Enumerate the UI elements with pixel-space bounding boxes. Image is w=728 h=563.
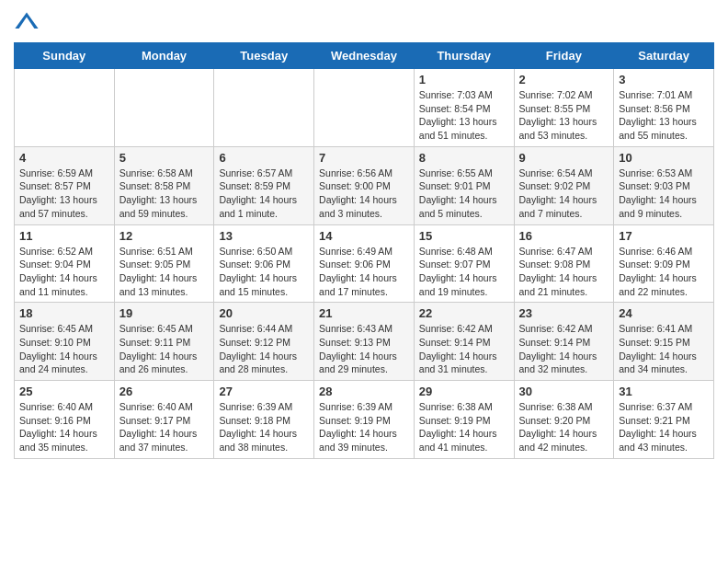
calendar: SundayMondayTuesdayWednesdayThursdayFrid… [14,42,714,459]
day-number: 14 [319,229,409,243]
calendar-day-4: 4Sunrise: 6:59 AM Sunset: 8:57 PM Daylig… [15,146,115,224]
calendar-day-23: 23Sunrise: 6:42 AM Sunset: 9:14 PM Dayli… [514,303,614,381]
day-info: Sunrise: 6:49 AM Sunset: 9:06 PM Dayligh… [319,245,409,299]
empty-cell [15,69,115,147]
day-info: Sunrise: 6:46 AM Sunset: 9:09 PM Dayligh… [619,245,709,299]
day-info: Sunrise: 6:38 AM Sunset: 9:20 PM Dayligh… [519,400,609,454]
calendar-day-19: 19Sunrise: 6:45 AM Sunset: 9:11 PM Dayli… [114,303,214,381]
calendar-day-6: 6Sunrise: 6:57 AM Sunset: 8:59 PM Daylig… [214,146,314,224]
calendar-day-5: 5Sunrise: 6:58 AM Sunset: 8:58 PM Daylig… [114,146,214,224]
day-info: Sunrise: 6:40 AM Sunset: 9:17 PM Dayligh… [119,400,210,454]
day-header-tuesday: Tuesday [214,43,314,69]
day-number: 31 [619,385,709,398]
calendar-day-11: 11Sunrise: 6:52 AM Sunset: 9:04 PM Dayli… [15,224,115,303]
day-header-friday: Friday [514,43,614,69]
day-number: 25 [19,385,109,398]
calendar-day-24: 24Sunrise: 6:41 AM Sunset: 9:15 PM Dayli… [614,303,714,381]
day-info: Sunrise: 7:01 AM Sunset: 8:56 PM Dayligh… [619,88,709,143]
header [14,9,714,35]
calendar-day-13: 13Sunrise: 6:50 AM Sunset: 9:06 PM Dayli… [214,224,314,303]
day-header-wednesday: Wednesday [314,43,415,69]
empty-cell [214,69,314,147]
day-info: Sunrise: 6:45 AM Sunset: 9:11 PM Dayligh… [119,322,210,376]
calendar-day-22: 22Sunrise: 6:42 AM Sunset: 9:14 PM Dayli… [414,303,514,381]
day-number: 10 [619,151,709,165]
day-number: 18 [19,306,109,320]
day-number: 12 [119,229,210,243]
calendar-day-20: 20Sunrise: 6:44 AM Sunset: 9:12 PM Dayli… [214,303,314,381]
day-number: 17 [619,229,709,243]
day-info: Sunrise: 6:43 AM Sunset: 9:13 PM Dayligh… [319,322,409,376]
day-number: 20 [219,306,309,320]
day-number: 7 [319,151,409,165]
calendar-day-27: 27Sunrise: 6:39 AM Sunset: 9:18 PM Dayli… [214,381,314,459]
day-number: 28 [319,385,409,398]
day-number: 9 [519,151,609,165]
day-number: 26 [119,385,210,398]
day-info: Sunrise: 6:44 AM Sunset: 9:12 PM Dayligh… [219,322,309,376]
day-header-saturday: Saturday [614,43,714,69]
calendar-day-28: 28Sunrise: 6:39 AM Sunset: 9:19 PM Dayli… [314,381,415,459]
day-info: Sunrise: 6:47 AM Sunset: 9:08 PM Dayligh… [519,245,609,299]
day-info: Sunrise: 7:02 AM Sunset: 8:55 PM Dayligh… [519,88,609,143]
day-header-sunday: Sunday [15,43,115,69]
day-info: Sunrise: 6:54 AM Sunset: 9:02 PM Dayligh… [519,167,609,221]
calendar-day-30: 30Sunrise: 6:38 AM Sunset: 9:20 PM Dayli… [514,381,614,459]
calendar-day-31: 31Sunrise: 6:37 AM Sunset: 9:21 PM Dayli… [614,381,714,459]
calendar-week-5: 25Sunrise: 6:40 AM Sunset: 9:16 PM Dayli… [15,381,714,459]
day-number: 27 [219,385,309,398]
calendar-day-15: 15Sunrise: 6:48 AM Sunset: 9:07 PM Dayli… [414,224,514,303]
calendar-week-1: 1Sunrise: 7:03 AM Sunset: 8:54 PM Daylig… [15,69,714,147]
day-number: 19 [119,306,210,320]
calendar-week-2: 4Sunrise: 6:59 AM Sunset: 8:57 PM Daylig… [15,146,714,224]
calendar-day-25: 25Sunrise: 6:40 AM Sunset: 9:16 PM Dayli… [15,381,115,459]
day-info: Sunrise: 6:58 AM Sunset: 8:58 PM Dayligh… [119,167,210,221]
day-header-thursday: Thursday [414,43,514,69]
day-info: Sunrise: 6:56 AM Sunset: 9:00 PM Dayligh… [319,167,409,221]
day-info: Sunrise: 6:50 AM Sunset: 9:06 PM Dayligh… [219,245,309,299]
calendar-day-3: 3Sunrise: 7:01 AM Sunset: 8:56 PM Daylig… [614,69,714,147]
day-info: Sunrise: 6:37 AM Sunset: 9:21 PM Dayligh… [619,400,709,454]
day-number: 11 [19,229,109,243]
calendar-day-8: 8Sunrise: 6:55 AM Sunset: 9:01 PM Daylig… [414,146,514,224]
calendar-day-29: 29Sunrise: 6:38 AM Sunset: 9:19 PM Dayli… [414,381,514,459]
day-number: 5 [119,151,210,165]
day-number: 23 [519,306,609,320]
calendar-day-26: 26Sunrise: 6:40 AM Sunset: 9:17 PM Dayli… [114,381,214,459]
day-number: 16 [519,229,609,243]
calendar-header-row: SundayMondayTuesdayWednesdayThursdayFrid… [15,43,714,69]
calendar-day-2: 2Sunrise: 7:02 AM Sunset: 8:55 PM Daylig… [514,69,614,147]
day-number: 21 [319,306,409,320]
day-info: Sunrise: 6:42 AM Sunset: 9:14 PM Dayligh… [519,322,609,376]
day-number: 13 [219,229,309,243]
day-header-monday: Monday [114,43,214,69]
day-info: Sunrise: 6:38 AM Sunset: 9:19 PM Dayligh… [419,400,509,454]
day-info: Sunrise: 6:40 AM Sunset: 9:16 PM Dayligh… [19,400,109,454]
calendar-week-4: 18Sunrise: 6:45 AM Sunset: 9:10 PM Dayli… [15,303,714,381]
day-info: Sunrise: 6:57 AM Sunset: 8:59 PM Dayligh… [219,167,309,221]
day-number: 29 [419,385,509,398]
day-info: Sunrise: 6:53 AM Sunset: 9:03 PM Dayligh… [619,167,709,221]
empty-cell [314,69,415,147]
day-number: 30 [519,385,609,398]
day-info: Sunrise: 6:41 AM Sunset: 9:15 PM Dayligh… [619,322,709,376]
empty-cell [114,69,214,147]
day-info: Sunrise: 6:48 AM Sunset: 9:07 PM Dayligh… [419,245,509,299]
calendar-day-9: 9Sunrise: 6:54 AM Sunset: 9:02 PM Daylig… [514,146,614,224]
day-number: 6 [219,151,309,165]
day-info: Sunrise: 6:39 AM Sunset: 9:19 PM Dayligh… [319,400,409,454]
day-info: Sunrise: 6:45 AM Sunset: 9:10 PM Dayligh… [19,322,109,376]
day-number: 4 [19,151,109,165]
calendar-day-16: 16Sunrise: 6:47 AM Sunset: 9:08 PM Dayli… [514,224,614,303]
day-info: Sunrise: 6:52 AM Sunset: 9:04 PM Dayligh… [19,245,109,299]
day-number: 1 [419,73,509,86]
day-info: Sunrise: 7:03 AM Sunset: 8:54 PM Dayligh… [419,88,509,143]
calendar-day-17: 17Sunrise: 6:46 AM Sunset: 9:09 PM Dayli… [614,224,714,303]
calendar-day-18: 18Sunrise: 6:45 AM Sunset: 9:10 PM Dayli… [15,303,115,381]
logo [14,9,43,35]
logo-icon [14,9,40,35]
calendar-day-7: 7Sunrise: 6:56 AM Sunset: 9:00 PM Daylig… [314,146,415,224]
calendar-day-1: 1Sunrise: 7:03 AM Sunset: 8:54 PM Daylig… [414,69,514,147]
day-info: Sunrise: 6:39 AM Sunset: 9:18 PM Dayligh… [219,400,309,454]
day-number: 2 [519,73,609,86]
